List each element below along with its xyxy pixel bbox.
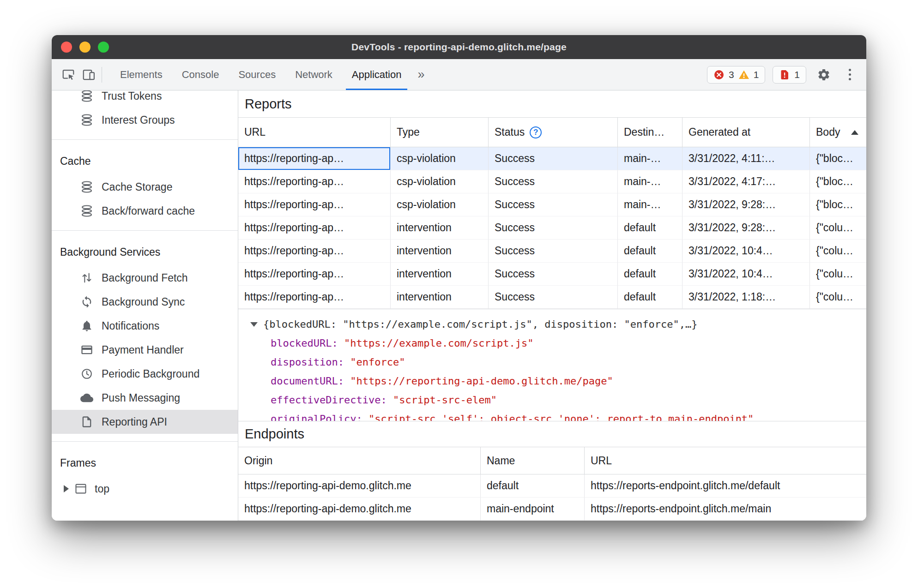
- minimize-window-button[interactable]: [79, 42, 91, 53]
- endpoint-name-cell[interactable]: default: [481, 474, 585, 498]
- tab-application[interactable]: Application: [342, 59, 411, 90]
- report-generated-cell[interactable]: 3/31/2022, 4:17:…: [682, 170, 810, 193]
- report-type-cell[interactable]: intervention: [391, 240, 489, 263]
- report-destination-cell[interactable]: default: [618, 263, 682, 286]
- column-header-destination[interactable]: Destin…: [618, 118, 682, 147]
- column-header-status[interactable]: Status?: [489, 118, 618, 147]
- settings-button[interactable]: [814, 65, 834, 85]
- report-url-cell[interactable]: https://reporting-ap…: [238, 216, 391, 240]
- column-header-type[interactable]: Type: [391, 118, 489, 147]
- json-property[interactable]: effectiveDirective: "script-src-elem": [238, 390, 866, 409]
- sidebar-item-payment-handler[interactable]: Payment Handler: [52, 338, 238, 362]
- column-header-endpoint-url[interactable]: URL: [585, 447, 866, 474]
- json-property[interactable]: documentURL: "https://reporting-api-demo…: [238, 372, 866, 390]
- endpoint-origin-cell[interactable]: https://reporting-api-demo.glitch.me: [238, 498, 481, 521]
- report-destination-cell[interactable]: default: [618, 240, 682, 263]
- report-body-cell[interactable]: {"colu…: [810, 263, 866, 286]
- report-generated-cell[interactable]: 3/31/2022, 10:4…: [682, 263, 810, 286]
- report-destination-cell[interactable]: main-…: [618, 170, 682, 193]
- column-header-body[interactable]: Body: [810, 118, 866, 147]
- endpoint-url-cell[interactable]: https://reports-endpoint.glitch.me/defau…: [585, 474, 866, 498]
- report-status-cell[interactable]: Success: [489, 263, 618, 286]
- report-url-cell[interactable]: https://reporting-ap…: [238, 263, 391, 286]
- json-property[interactable]: disposition: "enforce": [238, 353, 866, 372]
- sidebar-item-cache-storage[interactable]: Cache Storage: [52, 175, 238, 199]
- report-status-cell[interactable]: Success: [489, 286, 618, 309]
- report-type-cell[interactable]: csp-violation: [391, 193, 489, 216]
- report-generated-cell[interactable]: 3/31/2022, 9:28:…: [682, 216, 810, 240]
- report-destination-cell[interactable]: default: [618, 216, 682, 240]
- json-property[interactable]: blockedURL: "https://example.com/script.…: [238, 334, 866, 353]
- report-url-cell[interactable]: https://reporting-ap…: [238, 147, 391, 170]
- report-url-cell[interactable]: https://reporting-ap…: [238, 286, 391, 309]
- report-type-cell[interactable]: intervention: [391, 286, 489, 309]
- column-header-url[interactable]: URL: [238, 118, 391, 147]
- sidebar-item-reporting-api[interactable]: Reporting API: [52, 410, 238, 434]
- sidebar-item-background-sync[interactable]: Background Sync: [52, 290, 238, 314]
- json-preview-text: {blockedURL: "https://example.com/script…: [263, 318, 697, 330]
- sidebar-item-trust-tokens[interactable]: Trust Tokens: [52, 90, 238, 108]
- report-generated-cell[interactable]: 3/31/2022, 10:4…: [682, 240, 810, 263]
- traffic-lights: [61, 35, 109, 59]
- tab-network[interactable]: Network: [285, 59, 342, 90]
- report-generated-cell[interactable]: 3/31/2022, 1:18:…: [682, 286, 810, 309]
- device-toolbar-button[interactable]: [79, 65, 99, 85]
- report-generated-cell[interactable]: 3/31/2022, 4:11:…: [682, 147, 810, 170]
- sidebar-divider: [52, 441, 238, 442]
- status-help-icon[interactable]: ?: [530, 126, 542, 138]
- column-label: Destin…: [624, 126, 664, 138]
- report-body-cell[interactable]: {"bloc…: [810, 170, 866, 193]
- report-status-cell[interactable]: Success: [489, 240, 618, 263]
- report-generated-cell[interactable]: 3/31/2022, 9:28:…: [682, 193, 810, 216]
- zoom-window-button[interactable]: [98, 42, 109, 53]
- report-destination-cell[interactable]: default: [618, 286, 682, 309]
- tab-console[interactable]: Console: [172, 59, 229, 90]
- report-destination-cell[interactable]: main-…: [618, 147, 682, 170]
- report-body-cell[interactable]: {"colu…: [810, 240, 866, 263]
- expand-arrow-icon[interactable]: [64, 485, 69, 492]
- report-destination-cell[interactable]: main-…: [618, 193, 682, 216]
- json-preview-line[interactable]: {blockedURL: "https://example.com/script…: [238, 315, 866, 334]
- sidebar-item-interest-groups[interactable]: Interest Groups: [52, 108, 238, 132]
- tab-elements[interactable]: Elements: [110, 59, 172, 90]
- report-status-cell[interactable]: Success: [489, 147, 618, 170]
- inspect-element-button[interactable]: [58, 65, 79, 85]
- collapse-arrow-icon[interactable]: [250, 322, 258, 327]
- more-tabs-button[interactable]: »: [411, 59, 431, 90]
- report-body-cell[interactable]: {"colu…: [810, 286, 866, 309]
- endpoint-name-cell[interactable]: main-endpoint: [481, 498, 585, 521]
- sidebar-item-back-forward-cache[interactable]: Back/forward cache: [52, 199, 238, 223]
- sidebar-item-notifications[interactable]: Notifications: [52, 314, 238, 338]
- sidebar-item-background-fetch[interactable]: Background Fetch: [52, 266, 238, 290]
- tab-sources[interactable]: Sources: [229, 59, 285, 90]
- devtools-toolbar: Elements Console Sources Network Applica…: [52, 59, 866, 90]
- sidebar-item-top-frame[interactable]: top: [52, 477, 238, 501]
- more-options-button[interactable]: [841, 65, 858, 85]
- report-type-cell[interactable]: csp-violation: [391, 147, 489, 170]
- close-window-button[interactable]: [61, 42, 72, 53]
- column-header-name[interactable]: Name: [481, 447, 585, 474]
- reports-table: URL Type Status? Destin… Generated at Bo…: [238, 117, 866, 309]
- report-body-cell[interactable]: {"bloc…: [810, 147, 866, 170]
- endpoint-url-cell[interactable]: https://reports-endpoint.glitch.me/main: [585, 498, 866, 521]
- report-url-cell[interactable]: https://reporting-ap…: [238, 240, 391, 263]
- report-body-cell[interactable]: {"colu…: [810, 216, 866, 240]
- report-type-cell[interactable]: intervention: [391, 263, 489, 286]
- json-property-clipped[interactable]: originalPolicy: "script-src 'self'; obje…: [238, 409, 866, 421]
- issues-button[interactable]: 1: [773, 66, 806, 84]
- column-header-generated-at[interactable]: Generated at: [682, 118, 810, 147]
- document-icon: [80, 415, 93, 428]
- report-url-cell[interactable]: https://reporting-ap…: [238, 170, 391, 193]
- report-url-cell[interactable]: https://reporting-ap…: [238, 193, 391, 216]
- sidebar-item-push-messaging[interactable]: Push Messaging: [52, 386, 238, 410]
- endpoint-origin-cell[interactable]: https://reporting-api-demo.glitch.me: [238, 474, 481, 498]
- report-status-cell[interactable]: Success: [489, 170, 618, 193]
- report-type-cell[interactable]: intervention: [391, 216, 489, 240]
- report-status-cell[interactable]: Success: [489, 193, 618, 216]
- report-body-cell[interactable]: {"bloc…: [810, 193, 866, 216]
- sidebar-item-periodic-background-sync[interactable]: Periodic Background: [52, 362, 238, 386]
- column-header-origin[interactable]: Origin: [238, 447, 481, 474]
- console-errors-warnings-button[interactable]: 3 1: [707, 66, 765, 84]
- report-type-cell[interactable]: csp-violation: [391, 170, 489, 193]
- report-status-cell[interactable]: Success: [489, 216, 618, 240]
